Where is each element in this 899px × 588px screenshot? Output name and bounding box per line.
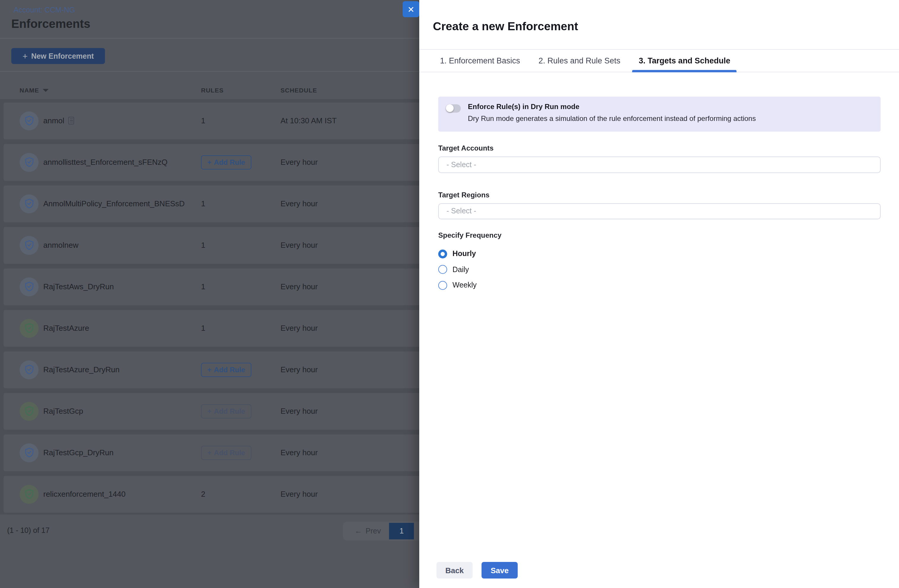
- plus-icon: +: [207, 366, 212, 374]
- save-button[interactable]: Save: [482, 562, 518, 579]
- enforcement-name: AnmolMultiPolicy_Enforcement_BNESsD: [43, 185, 185, 222]
- frequency-option-weekly[interactable]: Weekly: [438, 278, 880, 293]
- shield-check-icon: [20, 236, 39, 255]
- new-enforcement-button[interactable]: + New Enforcement: [11, 48, 105, 64]
- dry-run-toggle[interactable]: [446, 104, 461, 112]
- wizard-tabs: 1. Enforcement Basics2. Rules and Rule S…: [419, 49, 899, 72]
- rules-count: 2: [201, 476, 205, 513]
- add-rule-button[interactable]: +Add Rule: [201, 155, 252, 169]
- dry-run-text: Enforce Rule(s) in Dry Run mode Dry Run …: [468, 103, 756, 122]
- enforcement-name: anmol: [43, 102, 74, 139]
- column-header-name[interactable]: NAME: [20, 86, 39, 94]
- schedule-value: Every hour: [281, 227, 318, 264]
- table-row[interactable]: RajTestAzure1Every hour: [3, 310, 442, 347]
- select-placeholder: - Select -: [446, 207, 476, 216]
- target-regions-select[interactable]: - Select -: [438, 203, 880, 219]
- close-drawer-button[interactable]: ✕: [403, 1, 419, 17]
- sort-caret-icon[interactable]: [43, 89, 49, 92]
- add-rule-button: +Add Rule: [201, 404, 252, 418]
- enforcement-name-text: anmolnew: [43, 241, 79, 250]
- tab--enforcement-basics[interactable]: 1. Enforcement Basics: [434, 50, 527, 72]
- shield-check-icon: [20, 443, 39, 462]
- pagination-range: (1 - 10) of 17: [7, 526, 49, 535]
- target-accounts-select[interactable]: - Select -: [438, 156, 880, 173]
- table-row[interactable]: anmolnew1Every hour: [3, 227, 442, 264]
- enforcement-name-text: RajTestAzure_DryRun: [43, 366, 119, 374]
- divider: [0, 71, 432, 72]
- arrow-left-icon: ←: [355, 527, 362, 535]
- plus-icon: +: [207, 448, 212, 457]
- enforcement-name-text: RajTestGcp: [43, 407, 83, 416]
- tab--rules-and-rule-sets[interactable]: 2. Rules and Rule Sets: [532, 50, 627, 72]
- table-row[interactable]: RajTestGcp+Add RuleEvery hour: [3, 393, 442, 430]
- radio-icon[interactable]: [438, 281, 447, 290]
- tab--targets-and-schedule[interactable]: 3. Targets and Schedule: [632, 50, 737, 72]
- enforcement-name: RajTestAzure: [43, 310, 89, 347]
- shield-check-icon: [20, 194, 39, 213]
- enforcement-name-text: RajTestAzure: [43, 324, 89, 333]
- enforcement-name-text: relicxenforcement_1440: [43, 490, 126, 499]
- rules-count: 1: [201, 227, 205, 264]
- radio-icon[interactable]: [438, 265, 447, 274]
- plus-icon: +: [23, 51, 28, 61]
- schedule-value: Every hour: [281, 268, 318, 305]
- enforcement-name-text: RajTestAws_DryRun: [43, 282, 114, 291]
- new-enforcement-label: New Enforcement: [31, 52, 94, 60]
- add-rule-button[interactable]: +Add Rule: [201, 363, 252, 377]
- schedule-value: Every hour: [281, 185, 318, 222]
- dry-run-title: Enforce Rule(s) in Dry Run mode: [468, 103, 756, 111]
- table-row[interactable]: RajTestGcp_DryRun+Add RuleEvery hour: [3, 434, 442, 471]
- schedule-value: Every hour: [281, 476, 318, 513]
- frequency-option-hourly[interactable]: Hourly: [438, 246, 880, 262]
- schedule-value: Every hour: [281, 393, 318, 430]
- table-row[interactable]: anmollisttest_Enforcement_sFENzQ+Add Rul…: [3, 144, 442, 181]
- enforcement-name: RajTestAzure_DryRun: [43, 351, 119, 388]
- frequency-label: Hourly: [453, 250, 476, 258]
- enforcement-name: RajTestAws_DryRun: [43, 268, 114, 305]
- column-header-rules: RULES: [201, 86, 224, 94]
- target-accounts-label: Target Accounts: [438, 144, 880, 152]
- frequency-options: HourlyDailyWeekly: [438, 246, 880, 293]
- table-row[interactable]: anmol1At 10:30 AM IST: [3, 102, 442, 139]
- create-enforcement-drawer: Create a new Enforcement 1. Enforcement …: [419, 0, 899, 588]
- frequency-label: Weekly: [453, 281, 477, 290]
- enforcement-name: RajTestGcp: [43, 393, 83, 430]
- add-rule-button: +Add Rule: [201, 446, 252, 460]
- rules-count: 1: [201, 102, 205, 139]
- drawer-body: Enforce Rule(s) in Dry Run mode Dry Run …: [438, 73, 880, 293]
- rules-count: 1: [201, 310, 205, 347]
- enforcement-name-text: anmol: [43, 116, 64, 125]
- shield-check-icon: [20, 401, 39, 421]
- page-button-1[interactable]: 1: [389, 523, 414, 539]
- account-breadcrumb-link[interactable]: Account: CCM-NG: [14, 6, 75, 14]
- rules-count: 1: [201, 268, 205, 305]
- column-header-schedule: SCHEDULE: [281, 86, 317, 94]
- shield-check-icon: [20, 485, 39, 503]
- schedule-value: At 10:30 AM IST: [281, 102, 337, 139]
- dry-run-banner: Enforce Rule(s) in Dry Run mode Dry Run …: [438, 97, 880, 131]
- table-body: anmol1At 10:30 AM ISTanmollisttest_Enfor…: [0, 99, 432, 514]
- screen: Account: CCM-NG Enforcements + New Enfor…: [0, 0, 899, 588]
- frequency-label: Daily: [453, 265, 469, 274]
- enforcement-name: RajTestGcp_DryRun: [43, 434, 114, 471]
- pagination: ← Prev 12: [343, 522, 432, 540]
- shield-check-icon: [20, 360, 39, 379]
- back-button[interactable]: Back: [436, 562, 473, 579]
- shield-check-icon: [20, 277, 39, 296]
- radio-icon[interactable]: [438, 250, 447, 258]
- table-row[interactable]: AnmolMultiPolicy_Enforcement_BNESsD1Ever…: [3, 185, 442, 222]
- table-row[interactable]: RajTestAws_DryRun1Every hour: [3, 268, 442, 305]
- enforcement-name-text: RajTestGcp_DryRun: [43, 448, 114, 457]
- frequency-option-daily[interactable]: Daily: [438, 262, 880, 278]
- prev-page-button[interactable]: ← Prev: [343, 527, 389, 535]
- table-row[interactable]: relicxenforcement_14402Every hour: [3, 476, 442, 513]
- copy-id-icon[interactable]: [68, 117, 74, 125]
- plus-icon: +: [207, 407, 212, 415]
- specify-frequency-label: Specify Frequency: [438, 231, 880, 239]
- target-regions-field: Target Regions - Select -: [438, 191, 880, 219]
- plus-icon: +: [207, 158, 212, 166]
- toggle-knob-icon: [446, 105, 454, 112]
- schedule-value: Every hour: [281, 434, 318, 471]
- dry-run-description: Dry Run mode generates a simulation of t…: [468, 115, 756, 122]
- table-row[interactable]: RajTestAzure_DryRun+Add RuleEvery hour: [3, 351, 442, 388]
